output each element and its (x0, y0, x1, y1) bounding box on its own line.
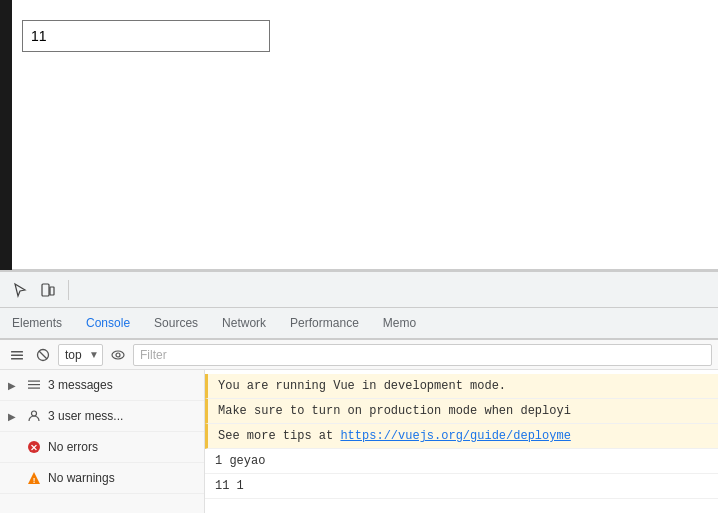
devtools-panel: Elements Console Sources Network Perform… (0, 270, 718, 513)
tab-elements[interactable]: Elements (0, 308, 74, 340)
svg-rect-2 (11, 351, 23, 353)
messages-label: 3 messages (48, 378, 196, 392)
clear-console-button[interactable] (6, 344, 28, 366)
expand-arrow-icon: ▶ (8, 380, 20, 391)
block-button[interactable] (32, 344, 54, 366)
console-line-data1: 1 geyao (205, 449, 718, 474)
svg-point-8 (116, 353, 120, 357)
svg-rect-9 (28, 381, 40, 382)
svg-rect-11 (28, 388, 40, 389)
sidebar-item-errors[interactable]: ▶ ✕ No errors (0, 432, 204, 463)
warning-icon: ! (26, 470, 42, 486)
tab-sources[interactable]: Sources (142, 308, 210, 340)
inspect-element-button[interactable] (8, 278, 32, 302)
devtools-top-toolbar (0, 272, 718, 308)
toolbar-divider-1 (68, 280, 69, 300)
warnings-label: No warnings (48, 471, 196, 485)
console-line-vue3: See more tips at https://vuejs.org/guide… (205, 424, 718, 449)
user-messages-label: 3 user mess... (48, 409, 196, 423)
context-select[interactable]: top (58, 344, 103, 366)
filter-input[interactable] (133, 344, 712, 366)
sidebar-item-user-messages[interactable]: ▶ 3 user mess... (0, 401, 204, 432)
svg-rect-3 (11, 354, 23, 356)
svg-rect-10 (28, 384, 40, 385)
expand-arrow-icon-2: ▶ (8, 411, 20, 422)
error-icon: ✕ (26, 439, 42, 455)
tab-console[interactable]: Console (74, 308, 142, 340)
tab-performance[interactable]: Performance (278, 308, 371, 340)
console-line-vue1: You are running Vue in development mode. (205, 374, 718, 399)
left-bar (0, 0, 12, 270)
main-input[interactable] (22, 20, 270, 52)
sidebar-item-messages[interactable]: ▶ 3 messages (0, 370, 204, 401)
devtools-filter-bar: top ▼ (0, 340, 718, 370)
console-line-data2: 11 1 (205, 474, 718, 499)
svg-point-12 (32, 411, 37, 416)
vue-deploy-link[interactable]: https://vuejs.org/guide/deployme (340, 429, 570, 443)
console-output: You are running Vue in development mode.… (205, 370, 718, 513)
device-toolbar-button[interactable] (36, 278, 60, 302)
devtools-body: ▶ 3 messages ▶ 3 (0, 370, 718, 513)
page-content (0, 0, 718, 270)
svg-rect-4 (11, 358, 23, 360)
messages-panel: ▶ 3 messages ▶ 3 (0, 370, 205, 513)
tab-memory[interactable]: Memo (371, 308, 428, 340)
context-selector[interactable]: top ▼ (58, 344, 103, 366)
user-icon (26, 408, 42, 424)
devtools-tabs: Elements Console Sources Network Perform… (0, 308, 718, 340)
sidebar-item-warnings[interactable]: ▶ ! No warnings (0, 463, 204, 494)
tab-network[interactable]: Network (210, 308, 278, 340)
svg-rect-0 (42, 284, 49, 296)
console-line-vue2: Make sure to turn on production mode whe… (205, 399, 718, 424)
svg-point-7 (112, 351, 124, 359)
svg-line-6 (39, 351, 47, 359)
svg-rect-1 (50, 287, 54, 295)
svg-text:!: ! (33, 476, 36, 485)
svg-text:✕: ✕ (30, 443, 38, 453)
list-icon (26, 377, 42, 393)
errors-label: No errors (48, 440, 196, 454)
eye-button[interactable] (107, 344, 129, 366)
